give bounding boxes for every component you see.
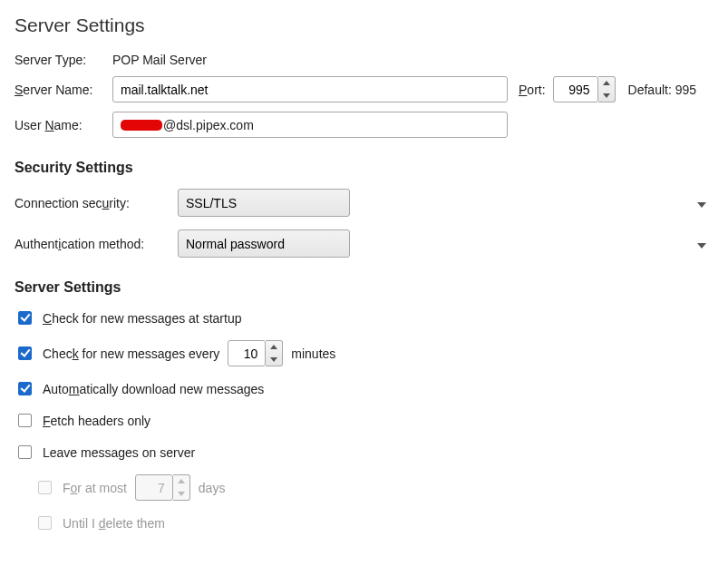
fetch-headers-checkbox[interactable]: [18, 414, 32, 427]
chevron-up-icon: [178, 479, 185, 483]
server-settings-heading: Server Settings: [15, 279, 713, 296]
minutes-unit-label: minutes: [291, 346, 335, 361]
leave-messages-checkbox[interactable]: [18, 445, 32, 459]
for-at-most-checkbox: [38, 481, 52, 494]
connection-security-select[interactable]: SSL/TLS: [178, 189, 350, 217]
connection-security-label: Connection security:: [15, 196, 178, 210]
days-stepper: [135, 474, 190, 501]
days-step-up: [173, 475, 189, 488]
port-input[interactable]: [553, 76, 598, 102]
page-title: Server Settings: [15, 15, 713, 36]
for-at-most-label: For at most: [63, 481, 127, 495]
minutes-step-up[interactable]: [266, 341, 282, 354]
chevron-down-icon: [270, 357, 277, 362]
port-label: Port:: [519, 83, 546, 97]
days-unit-label: days: [199, 481, 226, 495]
port-step-up[interactable]: [598, 77, 615, 90]
check-every-label[interactable]: Check for new messages every: [43, 346, 219, 361]
auto-download-label[interactable]: Automatically download new messages: [43, 382, 264, 396]
server-name-label: Server Name:: [15, 83, 105, 97]
minutes-step-down[interactable]: [266, 354, 282, 366]
security-settings-heading: Security Settings: [15, 160, 713, 176]
user-name-input[interactable]: [112, 112, 508, 138]
default-port-label: Default: 995: [628, 83, 697, 97]
port-step-down[interactable]: [598, 90, 615, 102]
days-input: [135, 474, 173, 501]
chevron-down-icon: [697, 196, 706, 210]
server-name-input[interactable]: [112, 76, 508, 102]
leave-messages-label[interactable]: Leave messages on server: [43, 445, 195, 460]
check-every-checkbox[interactable]: [18, 346, 32, 360]
auto-download-checkbox[interactable]: [18, 382, 32, 395]
chevron-up-icon: [603, 81, 610, 85]
fetch-headers-label[interactable]: Fetch headers only: [43, 414, 150, 428]
chevron-down-icon: [697, 237, 706, 251]
chevron-down-icon: [603, 93, 610, 98]
chevron-up-icon: [270, 345, 277, 349]
check-startup-label[interactable]: Check for new messages at startup: [43, 311, 241, 326]
port-stepper[interactable]: [553, 76, 616, 102]
minutes-input[interactable]: [228, 340, 266, 366]
server-type-label: Server Type:: [15, 53, 105, 67]
check-startup-checkbox[interactable]: [18, 311, 32, 325]
user-name-label: User Name:: [15, 118, 105, 132]
authentication-method-label: Authentication method:: [15, 237, 178, 251]
minutes-stepper[interactable]: [228, 340, 283, 366]
chevron-down-icon: [178, 492, 185, 496]
server-type-value: POP Mail Server: [112, 53, 207, 67]
authentication-method-select[interactable]: Normal password: [178, 229, 350, 258]
days-step-down: [173, 488, 189, 501]
until-delete-checkbox: [38, 516, 52, 530]
until-delete-label: Until I delete them: [63, 516, 165, 531]
